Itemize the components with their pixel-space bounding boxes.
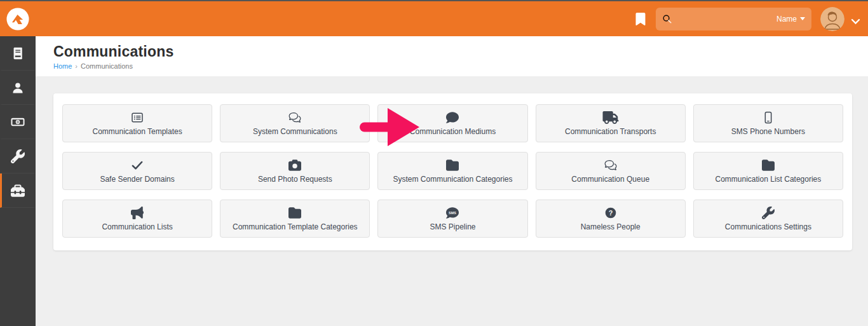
card-label: SMS Phone Numbers <box>731 127 805 136</box>
card-label: Communication Transports <box>565 127 656 136</box>
sidebar-item-pages[interactable] <box>0 36 36 71</box>
book-icon <box>11 46 25 60</box>
card-label: System Communications <box>253 127 337 136</box>
smart-search: Name <box>656 8 811 31</box>
bookmark-icon[interactable] <box>635 13 646 25</box>
rock-logo-icon <box>6 7 30 31</box>
comment-icon <box>444 111 461 124</box>
svg-text:?: ? <box>608 208 613 216</box>
sms-comment-icon: SMS <box>444 207 461 219</box>
card-communication-queue[interactable]: Communication Queue <box>536 152 686 190</box>
card-system-communications[interactable]: System Communications <box>220 104 370 142</box>
card-label: Communication Mediums <box>410 127 496 136</box>
card-label: Safe Sender Domains <box>100 175 174 184</box>
folder-icon <box>287 207 303 219</box>
card-label: Nameless People <box>581 222 641 231</box>
list-template-icon <box>129 111 146 124</box>
card-sms-pipeline[interactable]: SMS SMS Pipeline <box>377 200 527 238</box>
card-label: Communication List Categories <box>715 175 822 184</box>
caret-down-icon <box>800 17 805 20</box>
search-type-dropdown[interactable]: Name <box>776 15 805 24</box>
card-communication-templates[interactable]: Communication Templates <box>62 104 212 142</box>
card-label: Communication Templates <box>93 127 182 136</box>
page-header: Communications Home › Communications <box>36 36 868 76</box>
card-nameless-people[interactable]: ? Nameless People <box>536 200 686 238</box>
card-label: SMS Pipeline <box>430 222 475 231</box>
sidebar-item-people[interactable] <box>0 71 36 105</box>
search-type-label: Name <box>776 15 797 24</box>
comments-icon <box>287 111 303 124</box>
folder-icon <box>444 159 461 172</box>
wrench-icon <box>760 207 776 219</box>
card-communications-settings[interactable]: Communications Settings <box>693 200 843 238</box>
breadcrumb-home-link[interactable]: Home <box>53 62 72 70</box>
camera-icon <box>287 159 303 172</box>
svg-text:SMS: SMS <box>449 210 457 214</box>
rock-logo[interactable] <box>0 7 36 31</box>
search-icon <box>662 14 672 24</box>
avatar[interactable] <box>820 7 844 31</box>
breadcrumb-separator: › <box>75 62 78 70</box>
sidebar <box>0 36 36 326</box>
bullhorn-icon <box>129 207 146 219</box>
comments-icon <box>602 159 619 172</box>
card-label: Send Photo Requests <box>258 175 332 184</box>
sidebar-item-tools[interactable] <box>0 139 36 173</box>
question-circle-icon: ? <box>602 207 619 219</box>
button-grid: Communication Templates System Communica… <box>62 104 843 238</box>
card-safe-sender-domains[interactable]: Safe Sender Domains <box>62 152 212 190</box>
card-label: Communication Queue <box>571 175 649 184</box>
sidebar-item-finance[interactable] <box>0 105 36 139</box>
card-communication-mediums[interactable]: Communication Mediums <box>377 104 527 142</box>
card-label: System Communication Categories <box>393 175 512 184</box>
card-system-communication-categories[interactable]: System Communication Categories <box>377 152 527 190</box>
folder-icon <box>760 159 776 172</box>
card-sms-phone-numbers[interactable]: SMS Phone Numbers <box>693 104 843 142</box>
card-communication-list-categories[interactable]: Communication List Categories <box>693 152 843 190</box>
truck-icon <box>602 111 619 124</box>
card-communication-transports[interactable]: Communication Transports <box>536 104 686 142</box>
page-title: Communications <box>53 43 868 60</box>
profile-chevron-down-icon[interactable] <box>851 16 860 22</box>
card-communication-lists[interactable]: Communication Lists <box>62 200 212 238</box>
card-label: Communications Settings <box>725 222 811 231</box>
search-input[interactable] <box>672 14 776 24</box>
card-label: Communication Template Categories <box>233 222 358 231</box>
sidebar-item-admin-tools[interactable] <box>0 173 36 208</box>
wrench-icon <box>11 149 25 163</box>
breadcrumb: Home › Communications <box>53 62 868 70</box>
money-icon <box>11 115 25 129</box>
communications-panel: Communication Templates System Communica… <box>53 93 852 250</box>
page-body: Communication Templates System Communica… <box>36 76 868 250</box>
check-icon <box>129 159 146 172</box>
breadcrumb-current: Communications <box>81 62 133 70</box>
card-send-photo-requests[interactable]: Send Photo Requests <box>220 152 370 190</box>
card-communication-template-categories[interactable]: Communication Template Categories <box>220 200 370 238</box>
topbar: Name <box>0 1 868 36</box>
card-label: Communication Lists <box>102 222 172 231</box>
person-icon <box>11 81 25 95</box>
toolbox-icon <box>11 184 25 198</box>
main-content: Communications Home › Communications Com… <box>36 36 868 326</box>
mobile-icon <box>760 111 776 124</box>
